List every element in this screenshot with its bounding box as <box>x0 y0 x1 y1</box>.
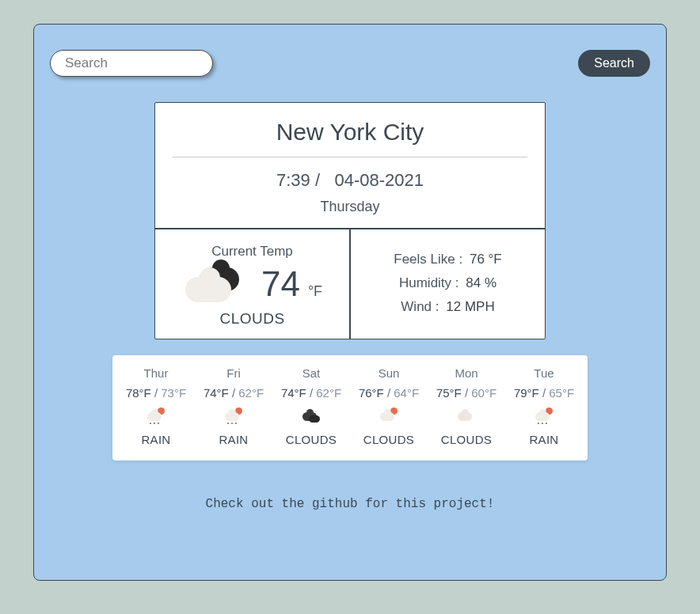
forecast-temps: 76°F / 64°F <box>350 386 428 400</box>
wind-line: Wind : 12 MPH <box>357 299 538 315</box>
humidity-value: 84 % <box>466 275 496 290</box>
forecast-temps: 78°F / 73°F <box>117 386 195 400</box>
forecast-day-name: Sun <box>350 366 428 380</box>
temp-unit: °F <box>308 283 322 300</box>
forecast-condition: RAIN <box>117 433 195 446</box>
forecast-temps: 75°F / 60°F <box>428 386 505 400</box>
card-header: New York City 7:39 / 04-08-2021 Thursday <box>155 103 545 228</box>
forecast-hi: 74°F <box>281 386 306 400</box>
current-stats-panel: Feels Like : 76 °F Humidity : 84 % Wind … <box>351 229 545 339</box>
temp-row: 74 °F <box>162 264 343 304</box>
forecast-sep: / <box>306 386 317 400</box>
github-link[interactable]: Check out the github for this project! <box>206 497 495 511</box>
rain-sun-icon <box>225 408 242 424</box>
forecast-lo: 65°F <box>549 386 574 400</box>
forecast-day-name: Thur <box>117 366 195 380</box>
forecast-sep: / <box>384 386 394 400</box>
forecast-condition: RAIN <box>195 433 272 446</box>
forecast-sep: / <box>151 386 162 400</box>
forecast-temps: 79°F / 65°F <box>505 386 583 400</box>
forecast-day-name: Mon <box>428 366 505 380</box>
temp-number: 74 <box>261 264 300 304</box>
forecast-day: Fri74°F / 62°FRAIN <box>195 366 272 446</box>
wind-label: Wind : <box>401 299 439 314</box>
forecast-lo: 62°F <box>316 386 341 400</box>
forecast-hi: 78°F <box>126 386 151 400</box>
forecast-day: Thur78°F / 73°FRAIN <box>117 366 195 446</box>
weather-app: Search New York City 7:39 / 04-08-2021 T… <box>33 24 667 581</box>
forecast-condition: CLOUDS <box>428 433 505 446</box>
time-date-separator: / <box>315 170 329 190</box>
wind-value: 12 MPH <box>446 299 494 314</box>
forecast-lo: 64°F <box>394 386 419 400</box>
forecast-temps: 74°F / 62°F <box>272 386 350 400</box>
divider <box>173 157 527 157</box>
current-temp-panel: Current Temp 74 °F CLOUDS <box>155 229 351 339</box>
forecast-lo: 73°F <box>161 386 186 400</box>
clouds-dark-icon <box>302 408 320 424</box>
forecast-day: Tue79°F / 65°FRAIN <box>505 366 583 446</box>
humidity-label: Humidity : <box>399 275 459 290</box>
current-weather-card: New York City 7:39 / 04-08-2021 Thursday… <box>154 102 546 339</box>
clouds-sun-icon <box>380 408 398 424</box>
day-name: Thursday <box>169 199 531 215</box>
clouds-icon <box>182 264 245 304</box>
forecast-day: Mon75°F / 60°FCLOUDS <box>428 366 505 446</box>
forecast-panel: Thur78°F / 73°FRAINFri74°F / 62°FRAINSat… <box>112 355 588 460</box>
forecast-lo: 60°F <box>471 386 496 400</box>
forecast-temps: 74°F / 62°F <box>195 386 272 400</box>
forecast-sep: / <box>229 386 239 400</box>
rain-sun-icon <box>535 408 553 424</box>
forecast-condition: CLOUDS <box>272 433 350 446</box>
time-value: 7:39 <box>276 170 310 190</box>
date-value: 04-08-2021 <box>334 170 424 190</box>
feels-like-line: Feels Like : 76 °F <box>357 252 538 267</box>
card-body: Current Temp 74 °F CLOUDS Feels Like : <box>155 228 545 339</box>
forecast-lo: 62°F <box>238 386 264 400</box>
search-button[interactable]: Search <box>578 50 650 77</box>
forecast-hi: 76°F <box>359 386 384 400</box>
current-temp-value: 74 °F <box>261 264 322 304</box>
clouds-light-icon <box>458 408 475 424</box>
forecast-day-name: Sat <box>272 366 350 380</box>
search-row: Search <box>50 50 650 77</box>
forecast-hi: 79°F <box>514 386 539 400</box>
feels-like-value: 76 °F <box>470 252 502 267</box>
forecast-day: Sat74°F / 62°FCLOUDS <box>272 366 350 446</box>
current-condition: CLOUDS <box>162 310 343 328</box>
forecast-sep: / <box>539 386 550 400</box>
time-date: 7:39 / 04-08-2021 <box>169 170 531 191</box>
forecast-day-name: Tue <box>505 366 583 380</box>
forecast-condition: CLOUDS <box>350 433 428 446</box>
forecast-sep: / <box>462 386 472 400</box>
search-input[interactable] <box>50 50 213 77</box>
feels-like-label: Feels Like : <box>394 252 462 267</box>
rain-sun-icon <box>147 408 165 424</box>
forecast-hi: 74°F <box>204 386 229 400</box>
humidity-line: Humidity : 84 % <box>357 275 538 291</box>
current-temp-label: Current Temp <box>162 244 343 260</box>
forecast-hi: 75°F <box>436 386 462 400</box>
forecast-day: Sun76°F / 64°FCLOUDS <box>350 366 428 446</box>
city-name: New York City <box>169 119 531 146</box>
forecast-day-name: Fri <box>195 366 272 380</box>
forecast-condition: RAIN <box>505 433 583 446</box>
